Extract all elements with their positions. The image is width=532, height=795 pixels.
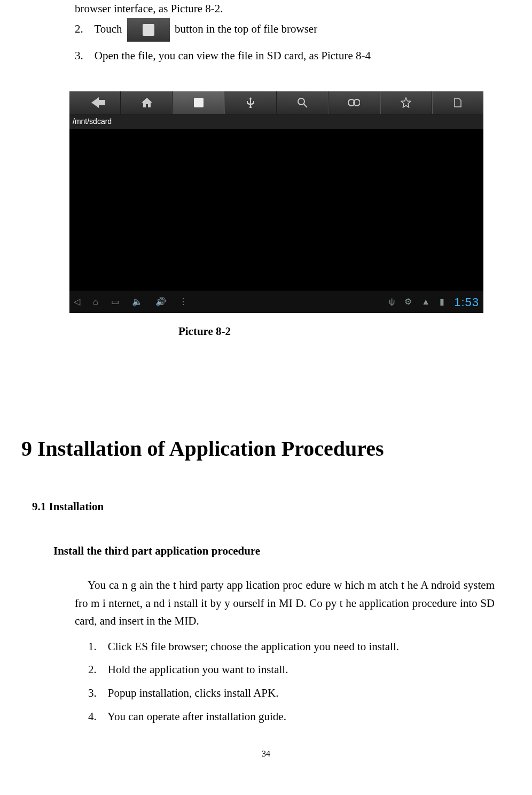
home-button[interactable]	[121, 91, 173, 114]
path-bar: /mnt/sdcard	[69, 114, 483, 129]
svg-point-0	[298, 98, 304, 105]
step-text: You can operate after installation guide…	[107, 710, 286, 723]
status-clock: 1:53	[454, 293, 479, 311]
settings-status-icon: ⚙	[404, 295, 412, 309]
text-before-icon: Touch	[94, 22, 122, 35]
home-icon	[142, 98, 152, 107]
nav-back-icon[interactable]: ◁	[74, 295, 80, 309]
wifi-status-icon: ▲	[421, 295, 430, 309]
step-text: Hold the application you want to install…	[108, 663, 288, 676]
page-number: 34	[21, 747, 511, 761]
arrow-left-icon	[91, 97, 99, 108]
nav-home-icon[interactable]: ⌂	[93, 295, 98, 309]
list-number: 2.	[75, 22, 83, 35]
section-9-1-title: 9.1 Installation	[32, 498, 511, 516]
film-icon	[348, 98, 360, 107]
list-number: 3.	[75, 49, 83, 62]
step-1: 1. Click ES file browser; choose the app…	[88, 638, 511, 656]
search-button[interactable]	[277, 91, 328, 114]
star-button[interactable]	[380, 91, 432, 114]
figure-caption: Picture 8-2	[0, 323, 463, 341]
step-3: 3. Popup installation, clicks install AP…	[88, 684, 511, 703]
step-text: Popup installation, clicks install APK.	[108, 687, 279, 699]
usb-status-icon: ψ	[389, 295, 395, 309]
install-third-party-heading: Install the third part application proce…	[53, 542, 511, 560]
android-navbar: ◁ ⌂ ▭ 🔈 🔊 ⋮ ψ ⚙ ▲ ▮ 1:53	[69, 291, 483, 313]
sdcard-button[interactable]	[173, 91, 224, 114]
step-2: 2. Hold the application you want to inst…	[88, 661, 511, 679]
list-number: 4.	[88, 710, 97, 723]
nav-volume-up-icon[interactable]: 🔊	[155, 295, 166, 309]
intro-line-1: browser interface, as Picture 8-2.	[75, 0, 511, 18]
back-button[interactable]	[69, 91, 121, 114]
file-browser-toolbar	[69, 91, 483, 114]
sdcard-icon	[194, 98, 204, 107]
battery-status-icon: ▮	[440, 295, 444, 309]
usb-icon	[246, 97, 255, 108]
intro-item-2: 2. Touch button in the top of file brows…	[75, 18, 511, 42]
page-icon	[454, 98, 461, 107]
list-number: 2.	[88, 663, 97, 676]
section-9-title: 9 Installation of Application Procedures	[21, 432, 511, 466]
sdcard-button-icon	[127, 18, 170, 42]
svg-line-1	[304, 104, 307, 107]
intro-item-3-text: Open the file, you can view the file in …	[95, 49, 371, 62]
usb-button[interactable]	[224, 91, 276, 114]
nav-menu-icon[interactable]: ⋮	[179, 295, 187, 309]
list-number: 3.	[88, 687, 97, 699]
star-icon	[401, 97, 411, 108]
step-4: 4. You can operate after installation gu…	[88, 708, 511, 726]
install-body-text: You ca n g ain the t hird party app lica…	[75, 576, 495, 630]
nav-volume-down-icon[interactable]: 🔈	[132, 295, 143, 309]
film-button[interactable]	[328, 91, 380, 114]
intro-item-3: 3. Open the file, you can view the file …	[75, 47, 511, 65]
android-screenshot: /mnt/sdcard ◁ ⌂ ▭ 🔈 🔊 ⋮ ψ ⚙ ▲ ▮ 1:53	[69, 91, 463, 341]
step-text: Click ES file browser; choose the applic…	[108, 640, 399, 653]
nav-recent-icon[interactable]: ▭	[111, 295, 119, 309]
search-icon	[297, 97, 308, 108]
page-button[interactable]	[432, 91, 483, 114]
list-number: 1.	[88, 640, 97, 653]
text-after-icon: button in the top of file browser	[175, 22, 317, 35]
